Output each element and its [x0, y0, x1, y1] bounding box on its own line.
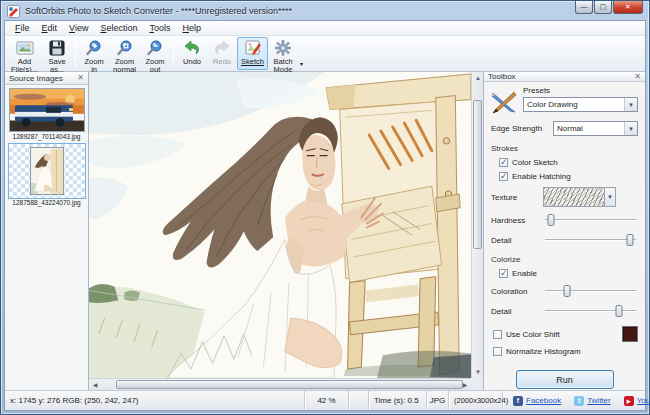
toolbar-separator — [173, 40, 174, 67]
checkbox-icon — [499, 158, 508, 167]
checkbox-icon — [499, 172, 508, 181]
slider-track[interactable] — [545, 290, 636, 292]
presets-dropdown[interactable]: Color Drawing ▼ — [523, 97, 638, 112]
menu-edit[interactable]: Edit — [36, 23, 64, 33]
coloration-label: Coloration — [491, 287, 543, 296]
slider-thumb[interactable] — [627, 234, 634, 246]
edge-strength-dropdown[interactable]: Normal ▼ — [553, 121, 638, 136]
vertical-scroll-thumb[interactable] — [473, 100, 482, 250]
image-size-readout: (2000x3000x24) — [449, 391, 503, 410]
source-image-filename: 1289287_70114043.jpg — [7, 133, 86, 140]
zoom-in-button[interactable]: Zoom in — [79, 37, 109, 70]
youtube-link[interactable]: ▶ Youtube — [624, 396, 650, 406]
enable-hatching-checkbox[interactable]: Enable Hatching — [499, 172, 638, 181]
batch-mode-icon — [273, 39, 293, 57]
colorize-enable-checkbox[interactable]: Enable — [499, 269, 638, 278]
presets-value: Color Drawing — [524, 100, 624, 109]
source-image-item-woman[interactable]: 1287588_43224070.jpg — [7, 144, 86, 206]
menu-file[interactable]: File — [9, 23, 36, 33]
texture-label: Texture — [491, 193, 543, 202]
source-image-filename: 1287588_43224070.jpg — [7, 199, 86, 206]
undo-icon — [182, 39, 202, 57]
status-bar: x: 1745 y: 276 RGB: (250, 242, 247) 42 %… — [5, 390, 645, 410]
canvas-area: ▲ ▼ ◀ ▶ — [89, 72, 483, 390]
scrollbar-corner — [471, 378, 483, 390]
presets-label: Presets — [523, 86, 638, 95]
texture-preview[interactable] — [543, 187, 605, 207]
slider-thumb[interactable] — [547, 214, 554, 226]
minimize-button[interactable]: — — [575, 1, 593, 14]
undo-button[interactable]: Undo — [177, 37, 207, 70]
toolbox-close-icon[interactable]: ✕ — [634, 73, 641, 81]
truck-thumbnail — [9, 88, 85, 132]
zoom-normal-button[interactable]: Zoom normal — [109, 37, 140, 70]
scroll-up-icon[interactable]: ▲ — [472, 72, 484, 84]
menu-tools[interactable]: Tools — [143, 23, 176, 33]
add-file-icon — [15, 39, 35, 57]
sketch-preview-image[interactable] — [89, 72, 471, 378]
zoom-normal-icon — [115, 39, 135, 57]
hardness-label: Hardness — [491, 216, 543, 225]
zoom-out-icon — [145, 39, 165, 57]
source-images-panel: Source Images ✕ — [5, 72, 89, 390]
batch-mode-button[interactable]: Batch Mode — [268, 37, 298, 70]
horizontal-scroll-thumb[interactable] — [116, 380, 464, 389]
colorize-group-label: Colorize — [491, 255, 638, 264]
colorize-detail-slider[interactable] — [543, 304, 638, 318]
color-sketch-checkbox[interactable]: Color Sketch — [499, 158, 638, 167]
checkbox-icon — [499, 269, 508, 278]
zoom-level-readout: 42 % — [305, 391, 349, 410]
cursor-position-readout: x: 1745 y: 276 RGB: (250, 242, 247) — [5, 391, 305, 410]
image-format-readout: JPG — [427, 391, 449, 410]
slider-thumb[interactable] — [616, 305, 623, 317]
menu-help[interactable]: Help — [176, 23, 207, 33]
use-color-shift-checkbox[interactable]: Use Color Shift — [493, 330, 560, 339]
texture-dropdown-arrow[interactable]: ▼ — [605, 187, 616, 207]
twitter-icon: t — [574, 396, 584, 406]
save-as-button[interactable]: Save as... — [42, 37, 72, 70]
coloration-slider[interactable] — [543, 284, 638, 298]
close-button[interactable]: ✕ — [613, 1, 643, 14]
toolbar-dropdown-arrow[interactable]: ▾ — [300, 60, 303, 67]
scroll-down-icon[interactable]: ▼ — [472, 366, 484, 378]
color-shift-swatch[interactable] — [622, 326, 638, 342]
normalize-histogram-checkbox[interactable]: Normalize Histogram — [493, 347, 638, 356]
slider-thumb[interactable] — [563, 285, 570, 297]
toolbar: Add File(s)... Save as... Zoom in Zoom n — [5, 36, 645, 72]
slider-track[interactable] — [545, 219, 636, 221]
maximize-button[interactable]: ▢ — [594, 1, 612, 14]
source-image-item-truck[interactable]: 1289287_70114043.jpg — [7, 88, 86, 140]
edge-strength-value: Normal — [554, 124, 624, 133]
sketch-button[interactable]: Sketch — [237, 37, 268, 70]
vertical-scrollbar[interactable]: ▲ ▼ — [471, 72, 483, 378]
edge-strength-label: Edge Strength — [491, 124, 553, 133]
horizontal-scrollbar[interactable]: ◀ ▶ — [89, 378, 471, 390]
title-bar[interactable]: SoftOrbits Photo to Sketch Converter - *… — [1, 1, 649, 20]
zoom-in-icon — [84, 39, 104, 57]
add-files-button[interactable]: Add File(s)... — [7, 37, 42, 70]
sketch-icon — [243, 39, 263, 57]
youtube-icon: ▶ — [624, 396, 634, 406]
hardness-slider[interactable] — [543, 213, 638, 227]
redo-button[interactable]: Redo — [207, 37, 237, 70]
menu-bar: File Edit View Selection Tools Help — [5, 21, 645, 36]
save-icon — [47, 39, 67, 57]
window-title: SoftOrbits Photo to Sketch Converter - *… — [25, 6, 292, 16]
run-button[interactable]: Run — [516, 370, 614, 389]
strokes-detail-label: Detail — [491, 236, 543, 245]
zoom-out-button[interactable]: Zoom out — [140, 37, 170, 70]
scroll-right-icon[interactable]: ▶ — [459, 379, 471, 391]
menu-selection[interactable]: Selection — [94, 23, 143, 33]
status-spacer — [349, 391, 369, 410]
source-panel-title: Source Images — [9, 74, 63, 83]
twitter-link[interactable]: t Twitter — [574, 396, 611, 406]
menu-view[interactable]: View — [63, 23, 94, 33]
slider-track[interactable] — [545, 239, 636, 241]
toolbox-title: Toolbox — [488, 72, 516, 81]
source-panel-close-icon[interactable]: ✕ — [77, 74, 84, 82]
facebook-link[interactable]: f Facebook — [513, 396, 561, 406]
app-window: SoftOrbits Photo to Sketch Converter - *… — [0, 0, 650, 415]
scroll-left-icon[interactable]: ◀ — [89, 379, 101, 391]
chevron-down-icon: ▼ — [624, 122, 637, 135]
strokes-detail-slider[interactable] — [543, 233, 638, 247]
